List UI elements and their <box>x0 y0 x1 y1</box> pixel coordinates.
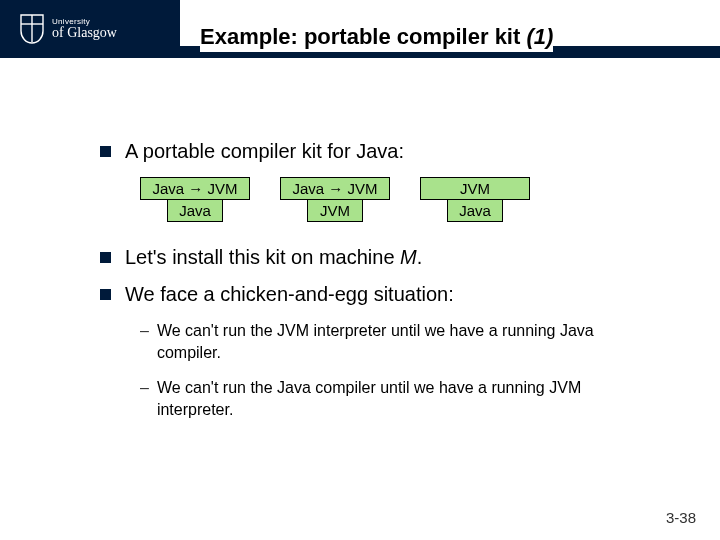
bullet-3: We face a chicken-and-egg situation: <box>100 283 660 306</box>
page-number: 3-38 <box>666 509 696 526</box>
slide-title: Example: portable compiler kit (1) <box>200 22 553 52</box>
t2-stem: JVM <box>307 200 363 222</box>
slide: University of Glasgow Example: portable … <box>0 0 720 540</box>
t3-top: JVM <box>420 177 530 200</box>
bullet-1: A portable compiler kit for Java: <box>100 140 660 163</box>
t-diagram-2: Java → JVM JVM <box>280 177 390 222</box>
t-diagram-1: Java → JVM Java <box>140 177 250 222</box>
t1-top: Java → JVM <box>140 177 250 200</box>
crest-icon <box>18 12 46 46</box>
t-diagram-row: Java → JVM Java Java → JVM JVM JVM <box>140 177 660 222</box>
t3-stem: Java <box>447 200 503 222</box>
sub-2-text: We can't run the Java compiler until we … <box>157 377 660 420</box>
bullet-2-text: Let's install this kit on machine M. <box>125 246 422 269</box>
t-diagram-3: JVM Java <box>420 177 530 222</box>
bullet-2: Let's install this kit on machine M. <box>100 246 660 269</box>
title-suffix: (1) <box>526 24 553 49</box>
title-main: Example: portable compiler kit <box>200 24 526 49</box>
sub-2: – We can't run the Java compiler until w… <box>140 377 660 420</box>
bullet-1-text: A portable compiler kit for Java: <box>125 140 404 163</box>
dash-icon: – <box>140 320 149 342</box>
bullet-3-text: We face a chicken-and-egg situation: <box>125 283 454 306</box>
sub-1-text: We can't run the JVM interpreter until w… <box>157 320 660 363</box>
t2-top: Java → JVM <box>280 177 390 200</box>
bullet-icon <box>100 146 111 157</box>
dash-icon: – <box>140 377 149 399</box>
sub-list: – We can't run the JVM interpreter until… <box>140 320 660 420</box>
logo-line2: of Glasgow <box>52 26 117 40</box>
logo-text: University of Glasgow <box>52 18 117 40</box>
university-logo: University of Glasgow <box>18 8 138 50</box>
bullet-icon <box>100 289 111 300</box>
t1-stem: Java <box>167 200 223 222</box>
sub-1: – We can't run the JVM interpreter until… <box>140 320 660 363</box>
bullet-icon <box>100 252 111 263</box>
content: A portable compiler kit for Java: Java →… <box>100 140 660 434</box>
